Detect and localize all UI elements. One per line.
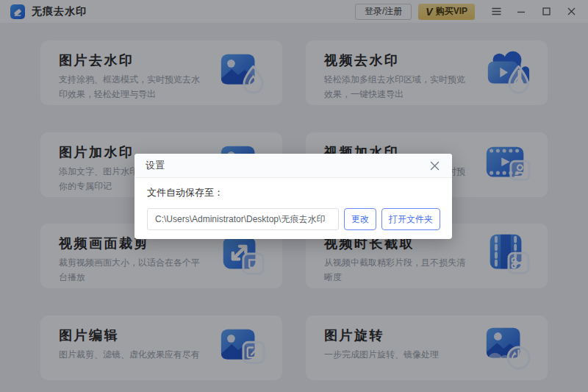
save-path-input[interactable] xyxy=(147,208,339,230)
open-folder-button[interactable]: 打开文件夹 xyxy=(381,208,440,230)
dialog-header: 设置 xyxy=(135,154,452,178)
save-path-label: 文件自动保存至： xyxy=(147,186,440,199)
dialog-title: 设置 xyxy=(146,159,165,172)
settings-dialog: 设置 文件自动保存至： 更改 打开文件夹 xyxy=(135,154,452,239)
dialog-body: 文件自动保存至： 更改 打开文件夹 xyxy=(135,178,452,230)
dialog-close-icon[interactable] xyxy=(428,159,441,172)
app-window: 无痕去水印 登录/注册 V 购买VIP 图片去水印 支持涂鸦、框选模式，实时预览… xyxy=(0,0,588,392)
change-path-button[interactable]: 更改 xyxy=(344,208,376,230)
